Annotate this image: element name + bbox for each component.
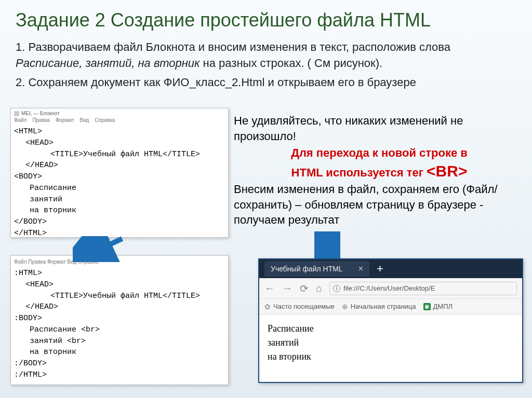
code-line: на вторник <box>14 347 225 358</box>
browser-tab-title: Учебный файл HTML <box>271 265 343 273</box>
url-bar[interactable]: i file:///C:/Users/User/Desktop/E <box>329 282 517 295</box>
code-line: </HEAD> <box>14 301 225 313</box>
code-line: <HEAD> <box>14 138 225 149</box>
code-line: <HEAD> <box>14 279 225 291</box>
browser-window: Учебный файл HTML × + ← → ⟳ ⌂ i file:///… <box>258 258 523 383</box>
code-line: :HTML> <box>14 268 225 279</box>
gear-icon: ✿ <box>264 303 271 311</box>
new-tab-icon[interactable]: + <box>369 262 391 276</box>
bookmark-dmpl[interactable]: ▣ ДМПЛ <box>423 303 453 310</box>
side-text-3: Внесим изменения в файл, сохраняем его (… <box>234 182 525 228</box>
menu-help[interactable]: Справка <box>95 117 115 123</box>
red-line-2a: HTML используется тег <box>291 166 427 179</box>
notepad-window-2: Файл Правка Формат Вид Справка :HTML> <H… <box>10 255 229 385</box>
browser-content: Расписание занятий на вторник <box>259 314 522 371</box>
bookmark-startpage[interactable]: ⊕ Начальная страница <box>342 303 416 311</box>
forward-icon[interactable]: → <box>282 282 292 294</box>
menu-file[interactable]: Файл <box>14 117 27 123</box>
content-line: Расписание <box>268 322 514 336</box>
arrow-down-right-icon <box>314 231 340 263</box>
bookmark-label: Начальная страница <box>351 303 416 310</box>
menu-format[interactable]: Формат <box>56 117 74 123</box>
code-line: :/BODY> <box>14 358 225 369</box>
info-icon[interactable]: i <box>333 285 340 292</box>
instruction-2: 2. Сохраняем документ как ФИО_класс_2.Ht… <box>0 72 532 91</box>
content-line: на вторник <box>268 350 514 364</box>
instr1-c: на разных строках. ( См рисунок). <box>203 57 383 70</box>
code-line: занятий <br> <box>14 336 225 347</box>
page-title: Задание 2 Создание простейшего файла HTM… <box>0 0 532 36</box>
svg-line-0 <box>83 239 122 257</box>
notepad-window-1: MEL — Блокнот Файл Правка Формат Вид Спр… <box>10 108 229 238</box>
menu-edit[interactable]: Правка <box>32 117 50 123</box>
menu-view[interactable]: Вид <box>79 117 89 123</box>
home-icon[interactable]: ⌂ <box>316 282 322 294</box>
code-line: Расписание <br> <box>14 324 225 336</box>
code-line: занятий <box>14 194 225 205</box>
code-line: <TITLE>Учебный файл HTML</TITLE> <box>14 149 225 160</box>
browser-tab[interactable]: Учебный файл HTML × <box>264 261 369 277</box>
side-text-2: Для перехода к новой строке в HTML испол… <box>234 145 525 182</box>
back-icon[interactable]: ← <box>264 282 275 294</box>
instruction-1: 1. Разворачиваем файл Блокнота и вносим … <box>0 36 532 72</box>
red-line-2: HTML используется тег <BR> <box>234 161 525 182</box>
code-line: Расписание <box>14 183 225 194</box>
url-text: file:///C:/Users/User/Desktop/E <box>343 284 435 292</box>
content-line: занятий <box>268 336 514 350</box>
close-tab-icon[interactable]: × <box>358 264 363 273</box>
notepad-content-2: :HTML> <HEAD> <TITLE>Учебный файл HTML</… <box>11 267 228 382</box>
code-line: </HEAD> <box>14 160 225 171</box>
code-line: :BODY> <box>14 313 225 324</box>
bookmark-label: Часто посещаемые <box>273 303 335 310</box>
code-line: <BODY> <box>14 171 225 183</box>
globe-icon: ⊕ <box>342 303 348 311</box>
br-tag: <BR> <box>427 162 467 180</box>
instr1-a: 1. Разворачиваем файл Блокнота и вносим … <box>16 40 450 53</box>
bookmark-label: ДМПЛ <box>433 303 453 310</box>
notepad-content-1: <HTML> <HEAD> <TITLE>Учебный файл HTML</… <box>11 125 228 240</box>
square-icon: ▣ <box>423 303 431 310</box>
browser-tabbar: Учебный файл HTML × + <box>259 259 522 278</box>
instr1-b: Расписание, занятий, на вторник <box>16 57 200 70</box>
browser-toolbar: ← → ⟳ ⌂ i file:///C:/Users/User/Desktop/… <box>259 278 522 299</box>
code-line: </BODY> <box>14 216 225 228</box>
code-line: :/HTML> <box>14 369 225 381</box>
notepad-icon <box>14 111 19 116</box>
code-line: на вторник <box>14 205 225 216</box>
code-line: <TITLE>Учебный файл HTML</TITLE> <box>14 291 225 302</box>
notepad-titlebar: MEL — Блокнот <box>11 108 228 116</box>
side-text-1: Не удивляйтесь, что никаких изменений не… <box>234 113 525 144</box>
arrow-down-left-icon <box>73 236 130 262</box>
bookmark-frequent[interactable]: ✿ Часто посещаемые <box>264 303 335 311</box>
code-line: <HTML> <box>14 126 225 138</box>
reload-icon[interactable]: ⟳ <box>300 282 309 295</box>
bookmarks-bar: ✿ Часто посещаемые ⊕ Начальная страница … <box>259 299 522 314</box>
red-line-1: Для перехода к новой строке в <box>234 145 525 161</box>
notepad-menu: Файл Правка Формат Вид Справка <box>11 116 228 125</box>
notepad-title-text: MEL — Блокнот <box>21 111 60 116</box>
